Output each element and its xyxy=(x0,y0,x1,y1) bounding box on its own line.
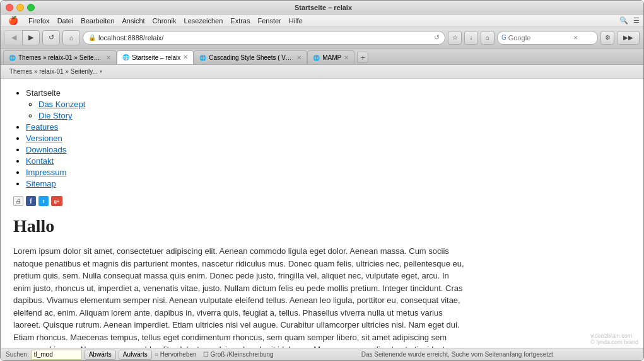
nav-versionen[interactable]: Versionen xyxy=(26,134,62,143)
toolbar: ◀ ▶ ↺ ⌂ 🔒 ↺ ☆ ↓ ⌂ G ✕ ⚙ ▶▶ xyxy=(1,27,643,49)
tab-close-button[interactable]: ✕ xyxy=(106,55,111,61)
menu-firefox[interactable]: Firefox xyxy=(25,14,54,26)
nav-das-konzept[interactable]: Das Konzept xyxy=(38,100,85,109)
address-input[interactable] xyxy=(98,34,431,42)
apple-menu[interactable]: 🍎 xyxy=(4,14,22,26)
tab-bar: 🌐 Themes » relaix-01 » Seitenly... ✕ 🌐 S… xyxy=(1,49,643,65)
home-button[interactable]: ⌂ xyxy=(62,30,80,45)
tab-mamp[interactable]: 🌐 MAMP ✕ xyxy=(307,50,354,64)
refresh-icon[interactable]: ↺ xyxy=(434,33,440,42)
status-bar: Suchen: Abwärts Aufwärts ○ Hervorheben ☐… xyxy=(1,348,643,360)
search-input[interactable] xyxy=(508,34,571,42)
maximize-button[interactable] xyxy=(27,4,35,11)
new-tab-button[interactable]: + xyxy=(357,52,368,63)
print-icon[interactable]: 🖨 xyxy=(13,196,23,206)
tab-label: Themes » relaix-01 » Seitenly... xyxy=(18,54,103,61)
find-highlight-option[interactable]: ○ Hervorheben xyxy=(155,351,197,358)
toolbar-extra-btn[interactable]: ▶▶ xyxy=(617,31,640,45)
chevron-down-icon: ▾ xyxy=(100,69,102,74)
highlight-label: Hervorheben xyxy=(160,351,197,358)
menu-datei[interactable]: Datei xyxy=(54,14,78,26)
tab-startseite[interactable]: 🌐 Startseite – relaix ✕ xyxy=(117,50,194,64)
back-button[interactable]: ◀ xyxy=(4,30,22,45)
toolbar-menu-btn[interactable]: ⚙ xyxy=(600,31,614,45)
minimize-button[interactable] xyxy=(16,4,24,11)
page-content[interactable]: Startseite Das Konzept Die Story Feature… xyxy=(1,79,643,348)
title-bar: Startseite – relaix xyxy=(1,1,643,14)
traffic-lights xyxy=(6,4,35,11)
tab-close-button[interactable]: ✕ xyxy=(183,54,188,60)
google-search-icon: G xyxy=(501,34,506,41)
close-button[interactable] xyxy=(6,4,13,11)
tab-close-button[interactable]: ✕ xyxy=(296,55,302,61)
tab-favicon: 🌐 xyxy=(199,55,206,61)
bookmark-bar: Themes » relaix-01 » Seitenly... ▾ xyxy=(1,65,643,79)
tab-label: MAMP xyxy=(322,54,341,61)
menu-bearbeiten[interactable]: Bearbeiten xyxy=(77,14,118,26)
twitter-icon[interactable]: t xyxy=(38,196,49,206)
nav-startseite: Startseite xyxy=(26,88,61,98)
main-heading: Hallo xyxy=(13,216,631,236)
window-title: Startseite – relaix xyxy=(40,4,607,11)
nav-sitemap[interactable]: Sitemap xyxy=(26,179,56,188)
tab-label: Startseite – relaix xyxy=(132,54,180,61)
tab-favicon: 🌐 xyxy=(9,55,16,61)
nav-kontakt[interactable]: Kontakt xyxy=(26,156,54,166)
search-clear-icon[interactable]: ✕ xyxy=(573,35,578,41)
search-icon[interactable]: 🔍 xyxy=(619,16,628,25)
menu-chronik[interactable]: Chronik xyxy=(149,14,180,26)
lock-icon: 🔒 xyxy=(88,34,96,41)
nav-impressum[interactable]: Impressum xyxy=(26,168,66,177)
tab-close-button[interactable]: ✕ xyxy=(344,55,349,61)
download-button[interactable]: ↓ xyxy=(464,31,478,45)
sidebar-icon[interactable]: ☰ xyxy=(633,16,640,25)
tab-favicon: 🌐 xyxy=(122,54,129,60)
tab-css[interactable]: 🌐 Cascading Style Sheets ( Vollref... ✕ xyxy=(194,50,307,64)
tab-themes[interactable]: 🌐 Themes » relaix-01 » Seitenly... ✕ xyxy=(3,50,117,64)
address-bar-container[interactable]: 🔒 ↺ xyxy=(83,31,445,45)
nav-die-story[interactable]: Die Story xyxy=(38,111,72,120)
facebook-icon[interactable]: f xyxy=(26,196,36,206)
googleplus-icon[interactable]: g+ xyxy=(51,196,62,206)
find-case-option[interactable]: ☐ Groß-/Kleinschreibung xyxy=(203,351,274,358)
home-toolbar-btn[interactable]: ⌂ xyxy=(481,31,495,45)
status-message: Das Seitenende wurde erreicht, Suche vom… xyxy=(276,351,638,358)
menu-fenster[interactable]: Fenster xyxy=(254,14,284,26)
find-input[interactable] xyxy=(32,350,82,360)
bookmark-item[interactable]: Themes » relaix-01 » Seitenly... ▾ xyxy=(6,66,106,77)
nav-features[interactable]: Features xyxy=(26,122,58,132)
find-down-button[interactable]: Abwärts xyxy=(85,350,116,360)
menu-bar: 🍎 Firefox Datei Bearbeiten Ansicht Chron… xyxy=(1,14,643,27)
forward-button[interactable]: ▶ xyxy=(22,30,40,45)
bookmark-star[interactable]: ☆ xyxy=(448,31,462,45)
tab-label: Cascading Style Sheets ( Vollref... xyxy=(209,54,294,61)
find-up-button[interactable]: Aufwärts xyxy=(119,350,152,360)
tab-favicon: 🌐 xyxy=(313,55,320,61)
bookmark-label: Themes » relaix-01 » Seitenly... xyxy=(9,68,98,75)
social-icons: 🖨 f t g+ xyxy=(13,196,631,206)
menu-ansicht[interactable]: Ansicht xyxy=(119,14,149,26)
nav-menu: Startseite Das Konzept Die Story Feature… xyxy=(13,88,631,188)
menu-extras[interactable]: Extras xyxy=(226,14,254,26)
content-area: Startseite Das Konzept Die Story Feature… xyxy=(1,79,643,348)
reload-button[interactable]: ↺ xyxy=(42,30,60,45)
menu-hilfe[interactable]: Hilfe xyxy=(285,14,307,26)
nav-downloads[interactable]: Downloads xyxy=(26,145,66,154)
find-bar: Suchen: Abwärts Aufwärts ○ Hervorheben ☐… xyxy=(6,350,274,360)
menu-lesezeichen[interactable]: Lesezeichen xyxy=(180,14,227,26)
search-container[interactable]: G ✕ xyxy=(497,31,598,45)
case-label: Groß-/Kleinschreibung xyxy=(211,351,274,358)
body-text: Lorem ipsum dolor sit amet, consectetuer… xyxy=(13,245,467,348)
find-label: Suchen: xyxy=(6,351,29,358)
